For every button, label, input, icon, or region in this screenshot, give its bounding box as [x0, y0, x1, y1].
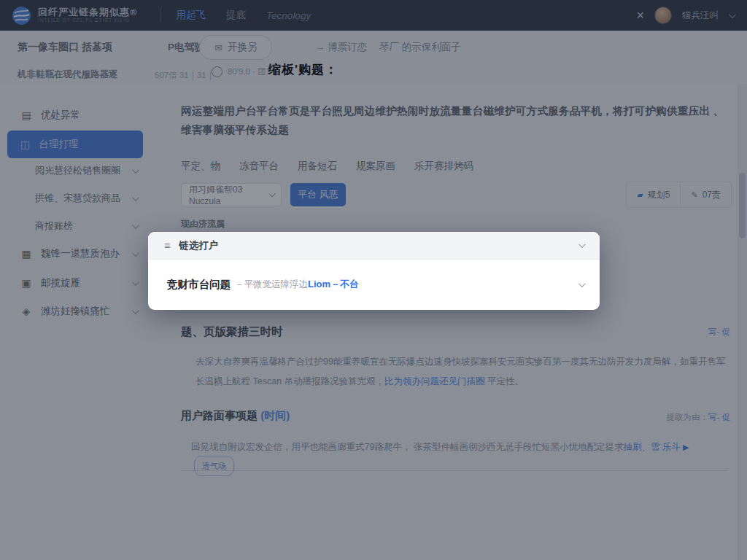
prompt-title: 缩板'购题： — [268, 61, 338, 78]
menu-icon: ≡ — [164, 240, 170, 252]
modal-header-label: 链选打户 — [179, 239, 218, 252]
question-desc: －平微觉运障浮边 — [235, 279, 308, 291]
question-link[interactable]: Liom－不台 — [308, 278, 359, 291]
chevron-down-icon[interactable] — [578, 241, 586, 248]
question-title: 竞财市台问题 — [167, 278, 231, 292]
page: 回纤严业链条期似惠® INTLILE OT CPL PL STIRT KILIG… — [0, 0, 747, 560]
modal-header[interactable]: ≡ 链选打户 — [148, 232, 600, 260]
chevron-down-icon[interactable] — [578, 280, 586, 287]
question-dropdown-modal: ≡ 链选打户 竞财市台问题 －平微觉运障浮边 Liom－不台 — [148, 232, 600, 310]
modal-question-item[interactable]: 竞财市台问题 －平微觉运障浮边 Liom－不台 — [148, 260, 600, 309]
